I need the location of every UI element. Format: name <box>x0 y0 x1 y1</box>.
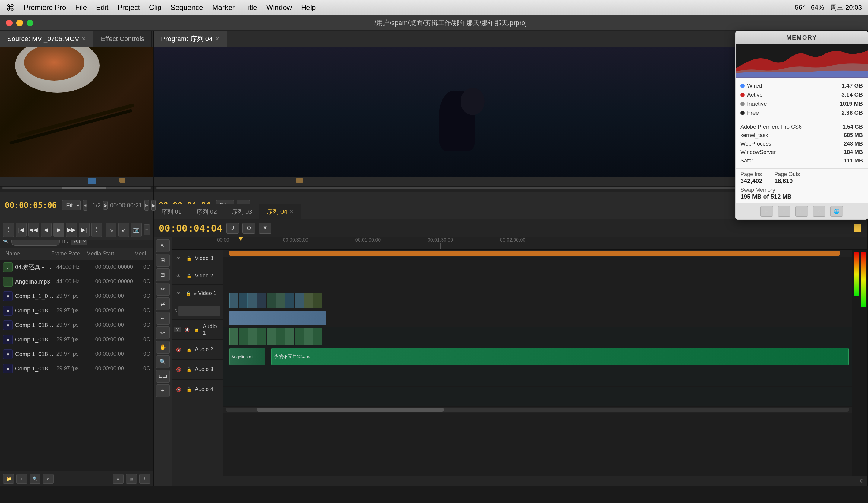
icon-view-btn[interactable]: ⊞ <box>126 474 137 484</box>
col-media-start[interactable]: Media Start <box>84 251 132 257</box>
menu-title[interactable]: Title <box>244 3 257 12</box>
source-step-fwd[interactable]: ▶▶ <box>66 222 77 237</box>
video1-keyframe-bar[interactable] <box>229 311 326 325</box>
audio4-lock-btn[interactable]: 🔒 <box>185 386 193 393</box>
source-go-out[interactable]: ▶| <box>79 222 90 237</box>
scroll-thumb[interactable] <box>257 408 444 412</box>
source-step-back[interactable]: ◀◀ <box>28 222 39 237</box>
seq-tab-03[interactable]: 序列 03 <box>224 204 260 219</box>
video2-lock-btn[interactable]: 🔒 <box>185 272 193 280</box>
clip-thumb[interactable] <box>304 293 313 308</box>
clip-thumb[interactable] <box>257 293 266 308</box>
source-mark-out[interactable]: ⟩ <box>91 222 102 237</box>
menu-help[interactable]: Help <box>301 3 316 12</box>
audio-clip-thumb[interactable] <box>294 328 304 345</box>
tl-track-select-tool[interactable]: ↖ <box>156 239 170 252</box>
audio-clip-thumb[interactable] <box>304 328 313 345</box>
list-view-btn[interactable]: ≡ <box>113 474 124 484</box>
angelina-clip[interactable]: Angelina.mi <box>229 348 266 365</box>
apple-menu[interactable]: ⌘ <box>6 3 14 13</box>
track-row-video3[interactable] <box>223 257 852 274</box>
video1-collapse[interactable]: ▶ <box>194 291 197 296</box>
video3-lock-btn[interactable]: 🔒 <box>185 255 193 262</box>
video2-vis-btn[interactable]: 👁 <box>174 272 183 280</box>
source-insert[interactable]: ↘ <box>105 222 116 237</box>
source-scrollbar[interactable] <box>0 187 153 192</box>
source-go-in[interactable]: |◀ <box>16 222 27 237</box>
audio3-lock-btn[interactable]: 🔒 <box>185 366 193 373</box>
minimize-button[interactable] <box>16 20 23 26</box>
tl-ripple-tool[interactable]: ⊞ <box>156 254 170 266</box>
source-step-fwd-back[interactable]: ◀ <box>41 222 52 237</box>
tab-program[interactable]: Program: 序列 04 ✕ <box>154 31 227 47</box>
clip-thumb[interactable] <box>239 293 248 308</box>
list-item[interactable]: ■Comp 1_01839.tga29.97 fps00:00:00:000C <box>0 303 153 318</box>
audio1-lock-btn[interactable]: 🔒 <box>193 326 201 333</box>
clip-thumb[interactable] <box>248 293 257 308</box>
audio3-mute-btn[interactable]: 🔇 <box>174 366 183 373</box>
list-item[interactable]: ■Comp 1_01839.tga29.97 fps00:00:00:000C <box>0 332 153 347</box>
source-fit-select[interactable]: Fit <box>62 200 81 210</box>
metadata-btn[interactable]: ℹ <box>140 474 150 484</box>
seq-tab-04[interactable]: 序列 04 ✕ <box>259 204 301 219</box>
source-clip-btn[interactable]: ▶ <box>152 200 156 211</box>
source-zoom-btn[interactable]: ⚙ <box>103 201 108 210</box>
tab-source[interactable]: Source: MVI_0706.MOV ✕ <box>0 31 93 47</box>
tl-slip-tool[interactable]: ⇄ <box>156 298 170 310</box>
video1-lock-btn[interactable]: 🔒 <box>184 290 193 297</box>
audio-clip-thumb[interactable] <box>229 328 238 345</box>
tab-effect-controls[interactable]: Effect Controls <box>93 31 152 47</box>
menu-clip[interactable]: Clip <box>149 3 161 12</box>
track-row-audio3[interactable] <box>223 367 852 387</box>
menu-file[interactable]: File <box>75 3 87 12</box>
seq-tab-01[interactable]: 序列 01 <box>154 204 189 219</box>
menu-premiere[interactable]: Premiere Pro <box>23 3 66 12</box>
source-mark-in[interactable]: ⟨ <box>3 222 14 237</box>
tl-razor-tool[interactable]: ✂ <box>156 283 170 295</box>
audio-clip-thumb[interactable] <box>276 328 285 345</box>
audio-clip-thumb[interactable] <box>285 328 294 345</box>
audio1-mute-btn[interactable]: 🔇 <box>183 326 191 333</box>
find-btn[interactable]: 🔍 <box>30 474 40 484</box>
new-bin-btn[interactable]: 📁 <box>3 474 14 484</box>
program-tab-close[interactable]: ✕ <box>215 36 219 42</box>
tl-slide-tool[interactable]: ↔ <box>156 312 170 324</box>
list-item[interactable]: ■Comp 1_1_01839.tga29.97 fps00:00:00:000… <box>0 289 153 303</box>
mem-footer-btn-1[interactable]: ⊞ <box>760 206 773 217</box>
source-snap[interactable]: 📷 <box>131 222 142 237</box>
mem-footer-btn-5[interactable]: 🌐 <box>830 206 843 217</box>
menu-marker[interactable]: Marker <box>212 3 235 12</box>
timeline-footer-icon[interactable]: ⚙ <box>859 478 864 484</box>
track-row-video1-sub[interactable] <box>223 310 852 327</box>
source-play[interactable]: ▶ <box>53 222 64 237</box>
audio-clip-thumb[interactable] <box>267 328 276 345</box>
audio-clip-thumb[interactable] <box>257 328 266 345</box>
audio-clip-thumb[interactable] <box>239 328 248 345</box>
source-add-btn[interactable]: + <box>144 224 150 235</box>
track-row-audio4[interactable] <box>223 387 852 407</box>
tl-marker-btn[interactable]: ▼ <box>259 223 271 234</box>
video1-opacity-bar[interactable] <box>178 306 220 316</box>
col-name[interactable]: Name <box>3 251 49 257</box>
seq-tab-02[interactable]: 序列 02 <box>189 204 224 219</box>
timeline-scrollbar[interactable] <box>223 407 852 413</box>
list-item[interactable]: ■Comp 1_01839.tga29.97 fps00:00:00:000C <box>0 318 153 332</box>
tl-zoom-tool[interactable]: 🔍 <box>156 355 170 368</box>
mem-footer-btn-2[interactable]: ≡ <box>778 206 790 217</box>
tl-plus-btn[interactable]: + <box>156 384 170 397</box>
timeline-ruler[interactable]: 00:00 00:00:30:00 00:01:00:00 00:01:30:0… <box>172 237 867 250</box>
close-button[interactable] <box>6 20 13 26</box>
clip-thumb[interactable] <box>229 293 238 308</box>
menu-sequence[interactable]: Sequence <box>170 3 203 12</box>
clear-btn[interactable]: ✕ <box>43 474 54 484</box>
tl-link-btn[interactable]: ⊏⊐ <box>156 370 170 383</box>
audio-clip-thumb[interactable] <box>248 328 257 345</box>
col-media[interactable]: Medi <box>132 251 150 257</box>
clip-thumb[interactable] <box>294 293 304 308</box>
track-row-audio1[interactable] <box>223 327 852 347</box>
scroll-track[interactable] <box>226 408 849 412</box>
track-row-audio2[interactable]: Angelina.mi 夜的钢琴曲12.aac <box>223 347 852 367</box>
clip-thumb[interactable] <box>267 293 276 308</box>
new-item-btn[interactable]: + <box>16 474 27 484</box>
mem-footer-btn-3[interactable]: ◻ <box>795 206 808 217</box>
